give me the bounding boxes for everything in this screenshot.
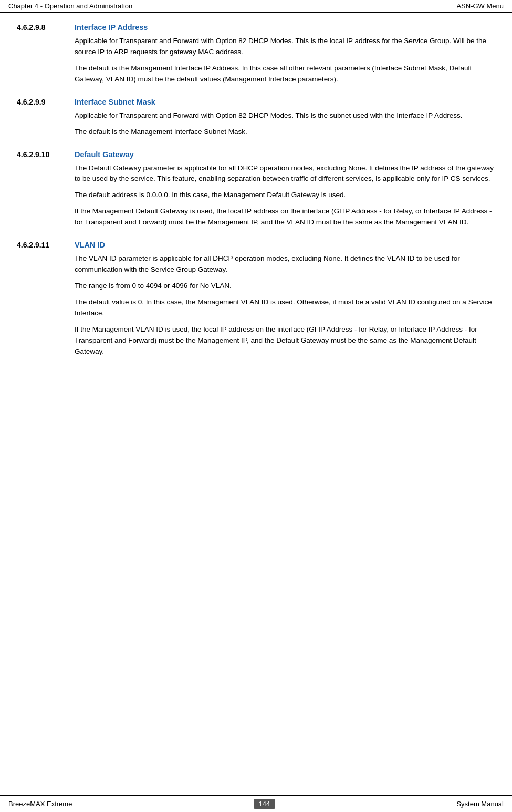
- section-1-para-0: Applicable for Transparent and Forward w…: [75, 110, 495, 121]
- section-1-para-1: The default is the Management Interface …: [75, 127, 495, 138]
- section-1: 4.6.2.9.9Interface Subnet MaskApplicable…: [17, 98, 495, 138]
- section-body-0: Applicable for Transparent and Forward w…: [75, 36, 495, 85]
- section-number-3: 4.6.2.9.11: [17, 241, 75, 249]
- section-title-3: VLAN ID: [75, 241, 105, 249]
- section-3-para-3: If the Management VLAN ID is used, the l…: [75, 324, 495, 357]
- section-0-para-0: Applicable for Transparent and Forward w…: [75, 36, 495, 58]
- header-menu: ASN-GW Menu: [456, 2, 504, 10]
- section-0: 4.6.2.9.8Interface IP AddressApplicable …: [17, 23, 495, 85]
- footer-product: BreezeMAX Extreme: [8, 800, 72, 808]
- section-body-1: Applicable for Transparent and Forward w…: [75, 110, 495, 138]
- section-title-1: Interface Subnet Mask: [75, 98, 155, 106]
- section-3-para-1: The range is from 0 to 4094 or 4096 for …: [75, 281, 495, 292]
- section-3: 4.6.2.9.11VLAN IDThe VLAN ID parameter i…: [17, 241, 495, 357]
- section-header-2: 4.6.2.9.10Default Gateway: [17, 150, 495, 159]
- footer-page-number: 144: [254, 799, 276, 809]
- section-body-2: The Default Gateway parameter is applica…: [75, 163, 495, 229]
- section-0-para-1: The default is the Management Interface …: [75, 63, 495, 85]
- section-3-para-2: The default value is 0. In this case, th…: [75, 297, 495, 319]
- page-header: Chapter 4 - Operation and Administration…: [0, 0, 512, 13]
- section-2-para-2: If the Management Default Gateway is use…: [75, 206, 495, 228]
- section-2-para-1: The default address is 0.0.0.0. In this …: [75, 190, 495, 201]
- footer-manual: System Manual: [456, 800, 504, 808]
- section-header-3: 4.6.2.9.11VLAN ID: [17, 241, 495, 249]
- section-number-2: 4.6.2.9.10: [17, 150, 75, 159]
- section-number-0: 4.6.2.9.8: [17, 23, 75, 32]
- section-title-2: Default Gateway: [75, 150, 134, 159]
- header-chapter: Chapter 4 - Operation and Administration: [8, 2, 132, 10]
- section-2-para-0: The Default Gateway parameter is applica…: [75, 163, 495, 185]
- section-header-0: 4.6.2.9.8Interface IP Address: [17, 23, 495, 32]
- section-3-para-0: The VLAN ID parameter is applicable for …: [75, 253, 495, 275]
- section-title-0: Interface IP Address: [75, 23, 148, 32]
- section-number-1: 4.6.2.9.9: [17, 98, 75, 106]
- section-header-1: 4.6.2.9.9Interface Subnet Mask: [17, 98, 495, 106]
- section-2: 4.6.2.9.10Default GatewayThe Default Gat…: [17, 150, 495, 229]
- section-body-3: The VLAN ID parameter is applicable for …: [75, 253, 495, 357]
- page-footer: BreezeMAX Extreme 144 System Manual: [0, 795, 512, 812]
- main-content: 4.6.2.9.8Interface IP AddressApplicable …: [0, 13, 512, 402]
